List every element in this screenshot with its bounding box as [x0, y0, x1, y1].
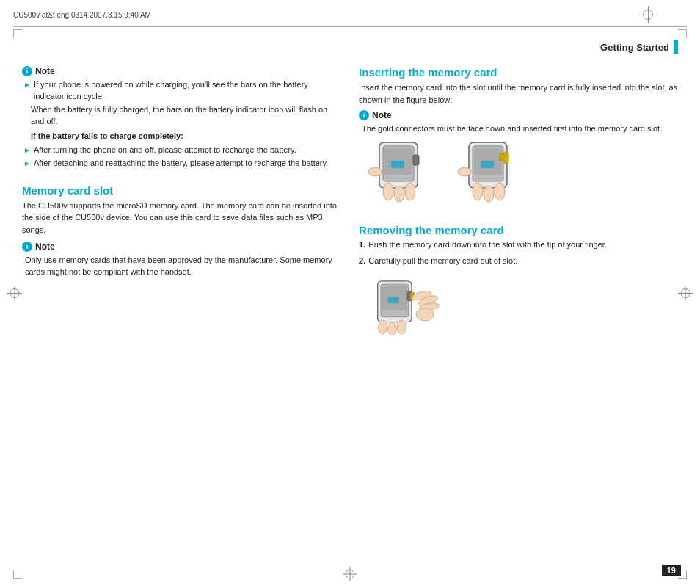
note-text-3: After detaching and reattaching the batt…	[34, 158, 328, 170]
inserting-section: Inserting the memory card Insert the mem…	[359, 66, 678, 205]
svg-rect-31	[388, 297, 399, 304]
phone-image-2	[448, 139, 529, 205]
note-header-2: i Note	[22, 242, 337, 252]
section-header: Getting Started	[600, 40, 678, 54]
note-block-1: i Note ► If your phone is powered on whi…	[22, 66, 337, 170]
svg-rect-23	[481, 161, 494, 168]
top-header: CU500v at&t eng 0314 2007.3.15 9:40 AM	[13, 6, 687, 27]
left-column: i Note ► If your phone is powered on whi…	[22, 66, 337, 551]
step1-label: 1.	[359, 239, 365, 251]
svg-point-24	[473, 183, 483, 200]
note-title-1: Note	[35, 66, 55, 76]
inserting-images	[359, 139, 678, 205]
svg-point-39	[388, 323, 397, 335]
inserting-title: Inserting the memory card	[359, 66, 678, 79]
note-item-1: ► If your phone is powered on while char…	[22, 79, 337, 103]
memory-card-section: Memory card slot The CU500v supports the…	[22, 184, 337, 277]
removing-section: Removing the memory card 1. Push the mem…	[359, 224, 678, 346]
header-page-right	[664, 11, 687, 19]
note-arrow-2: ►	[23, 145, 31, 156]
svg-point-25	[484, 186, 494, 202]
note-arrow-3: ►	[23, 159, 31, 170]
note-text-1: If your phone is powered on while chargi…	[34, 79, 337, 103]
right-crosshair-icon	[678, 286, 693, 302]
note-header-3: i Note	[359, 110, 678, 120]
svg-rect-13	[391, 161, 404, 168]
note-bold-line: If the battery fails to charge completel…	[22, 131, 337, 140]
memory-card-body: The CU500v supports the microSD memory c…	[22, 200, 337, 236]
right-column: Inserting the memory card Insert the mem…	[359, 66, 678, 551]
note-small-text-2: Only use memory cards that have been app…	[22, 255, 337, 277]
phone-image-1	[359, 139, 440, 205]
svg-point-14	[383, 183, 393, 200]
svg-rect-12	[413, 155, 419, 165]
corner-tl	[13, 29, 22, 38]
step2-label: 2.	[359, 255, 365, 267]
note-title-3: Note	[372, 110, 392, 120]
header-text: CU500v at&t eng 0314 2007.3.15 9:40 AM	[13, 11, 632, 19]
note-icon-2: i	[22, 242, 32, 252]
svg-point-27	[458, 167, 471, 176]
svg-point-15	[394, 186, 404, 202]
note-arrow-1: ►	[23, 80, 31, 103]
svg-point-40	[397, 320, 406, 334]
note-small-text-3: The gold connectors must be face down an…	[359, 123, 678, 134]
note-block-3: i Note The gold connectors must be face …	[359, 110, 678, 134]
page-number-badge: 19	[662, 565, 681, 576]
svg-point-37	[416, 308, 434, 321]
note-title-2: Note	[35, 242, 55, 252]
removing-title: Removing the memory card	[359, 224, 678, 236]
svg-point-38	[379, 320, 387, 334]
step1-text: Push the memory card down into the slot …	[368, 239, 607, 251]
inserting-body: Insert the memory card into the slot unt…	[359, 81, 678, 106]
content-area: i Note ► If your phone is powered on whi…	[22, 66, 678, 551]
memory-card-title: Memory card slot	[22, 184, 337, 197]
page: CU500v at&t eng 0314 2007.3.15 9:40 AM	[0, 0, 700, 588]
step2-text: Carefully pull the memory card out of sl…	[368, 255, 517, 267]
svg-rect-22	[504, 152, 508, 164]
top-crosshair-icon	[639, 6, 657, 23]
section-header-bar	[674, 40, 678, 54]
note-text-2: After turning the phone on and off, plea…	[34, 145, 296, 156]
note-item-2: ► After turning the phone on and off, pl…	[22, 145, 337, 156]
svg-point-16	[405, 183, 415, 200]
note-block-2: i Note Only use memory cards that have b…	[22, 242, 337, 277]
note-text-indent-1: When the battery is fully charged, the b…	[22, 104, 337, 128]
svg-point-26	[495, 183, 505, 200]
note-icon-1: i	[22, 66, 32, 76]
corner-tr	[678, 29, 687, 38]
removing-phone-image	[359, 275, 447, 344]
left-crosshair-icon	[7, 286, 22, 302]
removing-step-2: 2. Carefully pull the memory card out of…	[359, 255, 678, 267]
note-item-3: ► After detaching and reattaching the ba…	[22, 158, 337, 170]
bottom-crosshair-icon	[343, 567, 357, 584]
removing-step-1: 1. Push the memory card down into the sl…	[359, 239, 678, 251]
section-header-text: Getting Started	[600, 42, 669, 53]
note-icon-3: i	[359, 110, 369, 120]
note-header-1: i Note	[22, 66, 337, 76]
corner-bl	[13, 570, 22, 579]
svg-point-17	[368, 167, 382, 176]
